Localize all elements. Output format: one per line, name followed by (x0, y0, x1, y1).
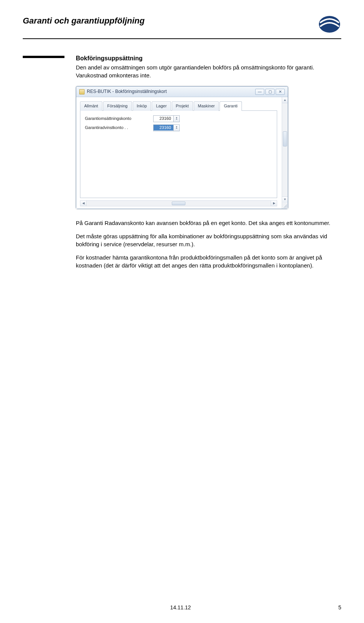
brand-logo (318, 15, 341, 35)
paragraph: Det måste göras uppsättning för alla kom… (76, 232, 334, 248)
paragraph: Den andel av omsättningen som utgör gara… (76, 63, 334, 79)
scroll-thumb[interactable] (283, 131, 287, 146)
app-window: RES-BUTIK - Bokföringsinställningskort —… (76, 86, 288, 209)
tab-lager[interactable]: Lager (152, 101, 171, 110)
window-titlebar[interactable]: RES-BUTIK - Bokföringsinställningskort —… (76, 87, 288, 97)
tab-panel-garanti: Garantiomsättningskonto 23160 ↥ Garantir… (80, 111, 277, 198)
window-title: RES-BUTIK - Bokföringsinställningskort (87, 88, 167, 95)
horizontal-scrollbar[interactable]: ◀ ▶ (80, 200, 277, 206)
resize-grip-icon[interactable] (282, 203, 287, 208)
scroll-right-arrow-icon[interactable]: ▶ (271, 201, 277, 206)
tab-inkop[interactable]: Inköp (133, 101, 151, 110)
scroll-left-arrow-icon[interactable]: ◀ (80, 201, 86, 206)
tab-allmant[interactable]: Allmänt (80, 101, 102, 110)
page-header: Garanti och garantiuppföljning (23, 15, 341, 39)
body-text: Den andel av omsättningen som utgör gara… (76, 63, 334, 79)
form-row: Garantiomsättningskonto 23160 ↥ (85, 115, 272, 122)
scroll-thumb[interactable] (172, 201, 185, 205)
embedded-screenshot: RES-BUTIK - Bokföringsinställningskort —… (76, 86, 341, 209)
page-title: Garanti och garantiuppföljning (23, 15, 144, 27)
form-row: Garantiradvinstkonto . . 23160 ↥ (85, 124, 272, 131)
window-controls: — ▢ ✕ (255, 89, 285, 95)
tab-garanti[interactable]: Garanti (220, 101, 242, 110)
body-text: På Garanti Radavanskonto kan avansen bok… (76, 219, 334, 269)
tab-strip: Allmänt Försäljning Inköp Lager Projekt … (80, 101, 277, 110)
section: Bokföringsuppsättning Den andel av omsät… (23, 54, 341, 269)
field-label: Garantiomsättningskonto (85, 116, 149, 121)
lookup-icon[interactable]: ↥ (173, 116, 179, 122)
page-footer: 14.11.12 5 (23, 604, 341, 612)
paragraph: För kostnader hämta garantikontona från … (76, 253, 334, 269)
field-label: Garantiradvinstkonto . . (85, 125, 149, 131)
footer-date: 14.11.12 (170, 604, 191, 612)
window-icon (79, 89, 85, 94)
tab-projekt[interactable]: Projekt (172, 101, 193, 110)
vertical-scrollbar[interactable]: ▲ ▼ (282, 97, 288, 208)
scroll-up-arrow-icon[interactable]: ▲ (282, 97, 288, 103)
field-value: 23160 (154, 116, 173, 121)
section-heading: Bokföringsuppsättning (76, 54, 334, 63)
tab-forsaljning[interactable]: Försäljning (103, 101, 132, 110)
close-button[interactable]: ✕ (276, 89, 285, 95)
paragraph: På Garanti Radavanskonto kan avansen bok… (76, 219, 334, 227)
field-value: 23160 (154, 125, 173, 131)
tab-maskiner[interactable]: Maskiner (194, 101, 219, 110)
maximize-button[interactable]: ▢ (265, 89, 275, 95)
account-field[interactable]: 23160 ↥ (153, 124, 180, 131)
account-field[interactable]: 23160 ↥ (153, 115, 180, 122)
label-text: Garantiradvinstkonto . . (85, 125, 128, 130)
scroll-down-arrow-icon[interactable]: ▼ (282, 197, 288, 203)
lookup-icon[interactable]: ↥ (173, 125, 179, 131)
accent-bar (23, 56, 64, 58)
window-body: ▲ ▼ Allmänt Försäljning Inköp Lager Proj… (76, 97, 288, 208)
page-number: 5 (338, 604, 341, 612)
minimize-button[interactable]: — (255, 89, 264, 95)
